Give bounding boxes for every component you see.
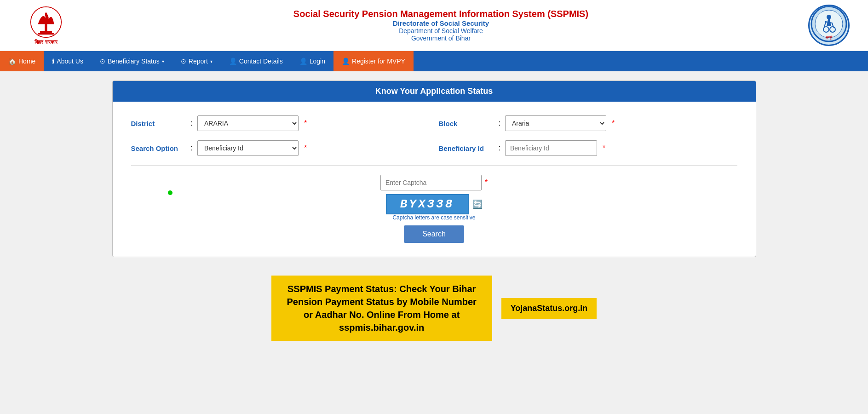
main-navbar: 🏠 Home ℹ About Us ⊙ Beneficiary Status ▾… xyxy=(0,51,868,71)
site-subtitle2: Department of Social Welfare xyxy=(74,27,808,34)
right-logo-inner: सम्पूर्ण xyxy=(811,6,847,46)
main-banner: SSPMIS Payment Status: Check Your Bihar … xyxy=(271,276,492,341)
captcha-code: BYX338 xyxy=(400,197,454,211)
captcha-image-row: BYX338 🔄 xyxy=(386,194,483,214)
svg-rect-3 xyxy=(38,33,54,34)
form-divider xyxy=(131,165,737,166)
green-dot-container xyxy=(168,189,172,197)
home-icon: 🏠 xyxy=(8,58,16,65)
svg-point-6 xyxy=(827,15,831,19)
search-button[interactable]: Search xyxy=(404,225,464,243)
site-title: Social Security Pension Management Infor… xyxy=(74,9,808,19)
search-option-select[interactable]: Beneficiary Id Account Number Mobile Num… xyxy=(197,140,299,156)
nav-beneficiary-status[interactable]: ⊙ Beneficiary Status ▾ xyxy=(92,51,172,71)
district-select[interactable]: ARARIA PATNA GAYA BHAGALPUR MUZAFFARPUR xyxy=(197,115,299,131)
about-icon: ℹ xyxy=(52,58,54,65)
beneficiary-id-label: Beneficiary Id xyxy=(439,144,494,152)
side-banner[interactable]: YojanaStatus.org.in xyxy=(501,298,597,319)
report-icon: ⊙ xyxy=(181,58,186,65)
application-status-card: Know Your Application Status District : … xyxy=(112,80,756,257)
district-group: District : ARARIA PATNA GAYA BHAGALPUR M… xyxy=(131,115,430,131)
beneficiary-id-required: * xyxy=(603,144,605,152)
beneficiary-id-input[interactable] xyxy=(505,140,597,156)
green-dot xyxy=(168,190,172,195)
left-logo: बिहार सरकार xyxy=(18,6,74,45)
captcha-required: * xyxy=(485,178,488,187)
report-chevron-icon: ▾ xyxy=(210,59,213,64)
main-content: Know Your Application Status District : … xyxy=(0,71,868,266)
captcha-refresh-icon[interactable]: 🔄 xyxy=(472,199,483,209)
site-subtitle3: Government of Bihar xyxy=(74,34,808,42)
bihar-logo-svg xyxy=(30,6,62,38)
beneficiary-icon: ⊙ xyxy=(100,58,105,65)
block-label: Block xyxy=(439,120,494,127)
svg-text:सम्पूर्ण: सम्पूर्ण xyxy=(825,35,833,40)
site-subtitle1: Directorate of Social Security xyxy=(74,19,808,27)
captcha-hint: Captcha letters are case sensitive xyxy=(392,214,475,221)
logo-caption: बिहार सरकार xyxy=(34,39,57,45)
form-card-header: Know Your Application Status xyxy=(113,81,756,102)
right-emblem-svg: सम्पूर्ण xyxy=(811,6,847,42)
district-block-row: District : ARARIA PATNA GAYA BHAGALPUR M… xyxy=(131,115,737,131)
nav-about[interactable]: ℹ About Us xyxy=(44,51,92,71)
district-colon: : xyxy=(191,119,193,127)
nav-register[interactable]: 👤 Register for MVPY xyxy=(333,51,414,71)
login-icon: 👤 xyxy=(299,58,307,65)
district-required: * xyxy=(304,119,307,127)
banner-section: SSPMIS Payment Status: Check Your Bihar … xyxy=(112,266,756,350)
register-icon: 👤 xyxy=(342,58,350,65)
form-body: District : ARARIA PATNA GAYA BHAGALPUR M… xyxy=(113,102,756,257)
district-label: District xyxy=(131,120,186,127)
search-option-colon: : xyxy=(191,144,193,152)
captcha-input-row: * xyxy=(380,175,488,190)
captcha-image: BYX338 xyxy=(386,194,469,214)
block-colon: : xyxy=(499,119,500,127)
page-header: बिहार सरकार Social Security Pension Mana… xyxy=(0,0,868,51)
captcha-input[interactable] xyxy=(380,175,482,190)
beneficiary-id-group: Beneficiary Id : * xyxy=(439,140,737,156)
search-option-row: Search Option : Beneficiary Id Account N… xyxy=(131,140,737,156)
captcha-section: * BYX338 🔄 Captcha letters are case sens… xyxy=(131,175,737,243)
block-required: * xyxy=(612,119,615,127)
search-option-group: Search Option : Beneficiary Id Account N… xyxy=(131,140,430,156)
right-logo: सम्पूर्ण xyxy=(808,5,850,46)
side-banner-text: YojanaStatus.org.in xyxy=(511,304,588,313)
search-option-label: Search Option xyxy=(131,144,186,152)
contact-icon: 👤 xyxy=(229,58,237,65)
svg-rect-2 xyxy=(40,31,52,33)
main-banner-text: SSPMIS Payment Status: Check Your Bihar … xyxy=(283,282,481,334)
nav-login[interactable]: 👤 Login xyxy=(291,51,333,71)
nav-home[interactable]: 🏠 Home xyxy=(0,51,44,71)
form-title: Know Your Application Status xyxy=(375,86,493,96)
block-group: Block : Araria Bhargama Forbesganj Jokih… xyxy=(439,115,737,131)
beneficiary-chevron-icon: ▾ xyxy=(162,59,164,64)
nav-contact[interactable]: 👤 Contact Details xyxy=(221,51,291,71)
search-option-required: * xyxy=(304,144,307,152)
beneficiary-id-colon: : xyxy=(499,144,500,152)
header-center: Social Security Pension Management Infor… xyxy=(74,9,808,42)
nav-report[interactable]: ⊙ Report ▾ xyxy=(172,51,221,71)
block-select[interactable]: Araria Bhargama Forbesganj Jokihat Kursa… xyxy=(505,115,606,131)
